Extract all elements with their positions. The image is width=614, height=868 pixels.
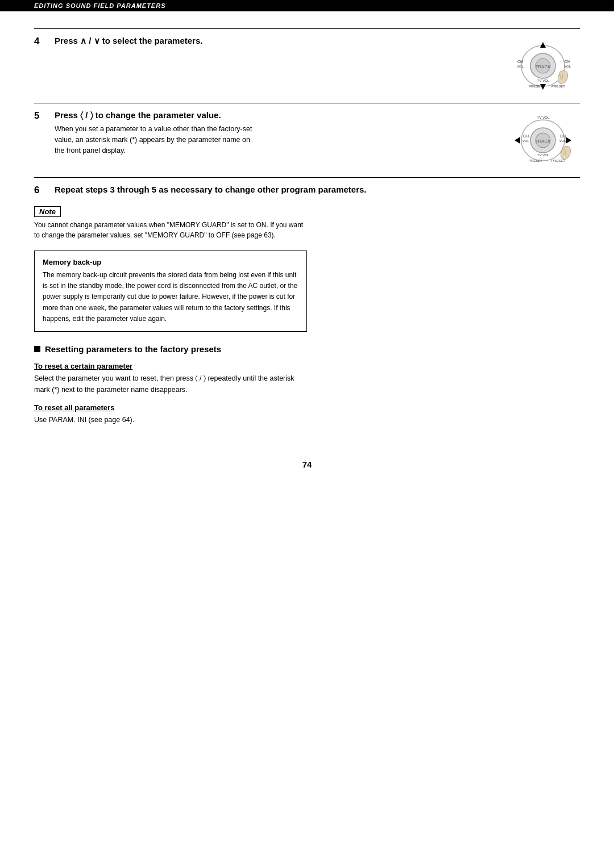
svg-text:TV VOL: TV VOL (537, 153, 550, 157)
page-number: 74 (34, 460, 580, 469)
svg-marker-20 (566, 137, 571, 144)
note-text: You cannot change parameter values when … (34, 220, 307, 240)
svg-marker-4 (540, 42, 546, 48)
note-box: Note You cannot change parameter values … (34, 206, 580, 240)
sub-heading-certain: To reset a certain parameter (34, 362, 580, 370)
step-5-image: TRACK TV VOL PRESET PRESET TV VOL CH VOL… (506, 110, 580, 167)
svg-text:VOL: VOL (559, 139, 567, 143)
black-square-icon (34, 346, 40, 352)
step-5-content: Press 〈 / 〉 to change the parameter valu… (55, 110, 489, 156)
svg-text:PRESET: PRESET (551, 85, 565, 88)
svg-text:PRESET: PRESET (529, 85, 542, 88)
note-label: Note (34, 206, 61, 217)
reset-section-heading: Resetting parameters to the factory pres… (34, 344, 580, 354)
step-6-row: 6 Repeat steps 3 through 5 as necessary … (34, 177, 580, 196)
step-5-row: 5 Press 〈 / 〉 to change the parameter va… (34, 103, 580, 167)
svg-text:TRACK: TRACK (535, 64, 551, 69)
sub-heading-all: To reset all parameters (34, 403, 580, 412)
step-4-image: TRACK CH VOL CH VOL PRESET PRESET TV VOL (506, 36, 580, 93)
step-5-body: When you set a parameter to a value othe… (55, 124, 254, 156)
step-4-title: Press ∧ / ∨ to select the parameters. (55, 36, 489, 46)
step-5-title: Press 〈 / 〉 to change the parameter valu… (55, 110, 489, 120)
step-4-content: Press ∧ / ∨ to select the parameters. (55, 36, 489, 49)
sub-text-all: Use PARAM. INI (see page 64). (34, 414, 307, 425)
dial-up-down-svg: TRACK CH VOL CH VOL PRESET PRESET TV VOL (509, 37, 577, 91)
svg-text:PRESET: PRESET (551, 159, 565, 162)
svg-text:TV VOL: TV VOL (537, 79, 550, 82)
step-5-number: 5 (34, 110, 55, 122)
memory-title: Memory back-up (43, 258, 298, 266)
svg-marker-19 (515, 137, 520, 144)
svg-text:TV VOL: TV VOL (537, 116, 550, 119)
step-6-title: Repeat steps 3 through 5 as necessary to… (55, 185, 580, 194)
content-area: 4 Press ∧ / ∨ to select the parameters. … (0, 11, 614, 503)
svg-text:CH: CH (560, 134, 566, 138)
svg-text:TRACK: TRACK (535, 139, 551, 144)
step-4-row: 4 Press ∧ / ∨ to select the parameters. … (34, 28, 580, 93)
sub-text-certain: Select the parameter you want to reset, … (34, 373, 307, 395)
svg-text:CH: CH (565, 60, 570, 64)
step-6-content: Repeat steps 3 through 5 as necessary to… (55, 185, 580, 194)
memory-text: The memory back-up circuit prevents the … (43, 270, 298, 324)
dial-left-right-svg: TRACK TV VOL PRESET PRESET TV VOL CH VOL… (509, 112, 577, 166)
memory-box: Memory back-up The memory back-up circui… (34, 251, 307, 332)
page: EDITING SOUND FIELD PARAMETERS 4 Press ∧… (0, 0, 614, 868)
header-title: EDITING SOUND FIELD PARAMETERS (34, 2, 165, 9)
step-4-number: 4 (34, 36, 55, 47)
reset-section-title: Resetting parameters to the factory pres… (45, 344, 221, 354)
step-6-number: 6 (34, 185, 55, 196)
svg-text:VOL: VOL (517, 65, 524, 68)
svg-text:CH: CH (523, 134, 529, 138)
svg-text:PRESET: PRESET (529, 159, 542, 162)
header-bar: EDITING SOUND FIELD PARAMETERS (0, 0, 614, 11)
svg-text:VOL: VOL (522, 139, 530, 143)
svg-text:CH: CH (517, 60, 523, 64)
svg-text:VOL: VOL (564, 65, 571, 68)
